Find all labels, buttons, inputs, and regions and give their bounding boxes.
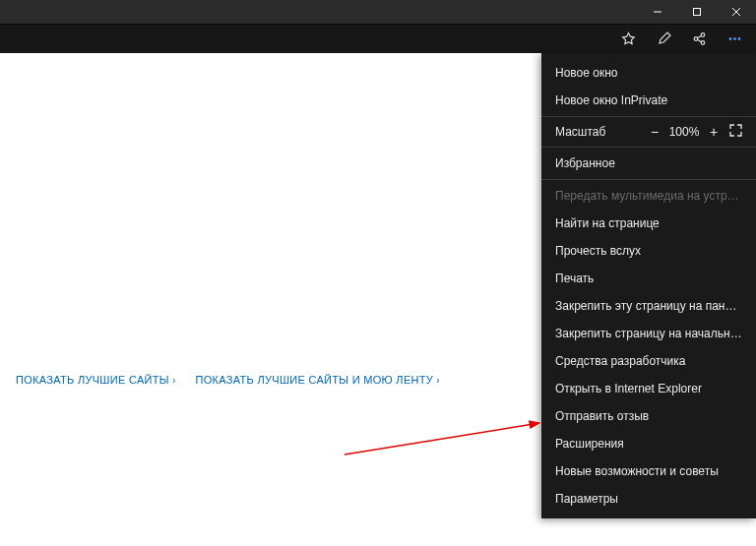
share-icon[interactable] bbox=[681, 25, 717, 54]
menu-feedback[interactable]: Отправить отзыв bbox=[541, 402, 756, 430]
zoom-out-button[interactable]: − bbox=[644, 124, 665, 140]
show-top-sites-link[interactable]: ПОКАЗАТЬ ЛУЧШИЕ САЙТЫ bbox=[16, 374, 176, 386]
menu-separator bbox=[541, 179, 756, 180]
menu-separator bbox=[541, 147, 756, 148]
maximize-button[interactable] bbox=[677, 0, 717, 24]
menu-pin-start[interactable]: Закрепить страницу на начальном экране bbox=[541, 320, 756, 347]
menu-read-aloud[interactable]: Прочесть вслух bbox=[541, 237, 756, 265]
menu-dev-tools[interactable]: Средства разработчика bbox=[541, 347, 756, 375]
minimize-button[interactable] bbox=[638, 0, 677, 24]
svg-point-4 bbox=[701, 33, 705, 37]
menu-favorites[interactable]: Избранное bbox=[541, 150, 756, 177]
notes-icon[interactable] bbox=[646, 25, 681, 54]
menu-find[interactable]: Найти на странице bbox=[541, 210, 756, 237]
menu-whats-new[interactable]: Новые возможности и советы bbox=[541, 457, 756, 485]
browser-toolbar bbox=[0, 24, 756, 53]
zoom-value: 100% bbox=[665, 125, 703, 139]
start-page-links: ПОКАЗАТЬ ЛУЧШИЕ САЙТЫ ПОКАЗАТЬ ЛУЧШИЕ СА… bbox=[16, 374, 440, 386]
favorites-icon[interactable] bbox=[610, 25, 646, 54]
menu-new-window[interactable]: Новое окно bbox=[541, 59, 756, 87]
svg-point-7 bbox=[729, 38, 731, 40]
menu-pin-taskbar[interactable]: Закрепить эту страницу на панели задач bbox=[541, 292, 756, 320]
svg-rect-1 bbox=[694, 9, 701, 16]
menu-print[interactable]: Печать bbox=[541, 265, 756, 292]
close-button[interactable] bbox=[717, 0, 756, 24]
show-top-sites-feed-link[interactable]: ПОКАЗАТЬ ЛУЧШИЕ САЙТЫ И МОЮ ЛЕНТУ bbox=[196, 374, 440, 386]
settings-menu: Новое окно Новое окно InPrivate Масштаб … bbox=[541, 53, 756, 518]
window-titlebar bbox=[0, 0, 756, 24]
zoom-in-button[interactable]: + bbox=[703, 124, 724, 140]
zoom-label: Масштаб bbox=[555, 125, 644, 139]
svg-point-5 bbox=[694, 37, 698, 41]
svg-point-9 bbox=[738, 38, 740, 40]
menu-separator bbox=[541, 116, 756, 117]
menu-settings[interactable]: Параметры bbox=[541, 485, 756, 513]
fullscreen-button[interactable] bbox=[724, 124, 746, 140]
menu-cast: Передать мультимедиа на устройство bbox=[541, 182, 756, 210]
menu-open-ie[interactable]: Открыть в Internet Explorer bbox=[541, 375, 756, 402]
more-icon[interactable] bbox=[717, 25, 752, 54]
menu-new-inprivate[interactable]: Новое окно InPrivate bbox=[541, 87, 756, 114]
menu-extensions[interactable]: Расширения bbox=[541, 430, 756, 457]
svg-point-8 bbox=[733, 38, 735, 40]
menu-zoom-row: Масштаб − 100% + bbox=[541, 119, 756, 145]
svg-point-6 bbox=[701, 41, 705, 45]
